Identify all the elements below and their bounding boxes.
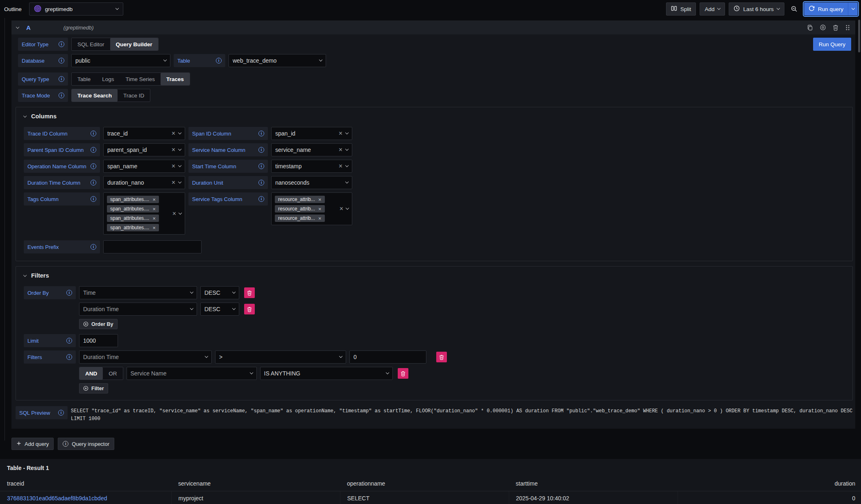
editor-type-sql-editor[interactable]: SQL Editor	[72, 38, 110, 50]
remove-tag-icon[interactable]	[152, 216, 156, 221]
info-icon[interactable]	[258, 147, 264, 153]
drag-handle-icon[interactable]	[845, 25, 850, 31]
run-query-inline-button[interactable]: Run Query	[813, 38, 851, 51]
info-icon[interactable]	[59, 58, 64, 63]
remove-tag-icon[interactable]	[318, 206, 322, 212]
collapse-query-icon[interactable]	[16, 25, 19, 28]
remove-tag-icon[interactable]	[152, 206, 156, 212]
remove-tag-icon[interactable]	[152, 225, 156, 231]
filter-or-option[interactable]: OR	[103, 367, 122, 380]
filter-operator-select[interactable]: IS ANYTHING	[260, 367, 393, 380]
info-icon[interactable]	[216, 58, 222, 63]
span-id-column-select[interactable]: span_id	[271, 127, 352, 140]
info-icon[interactable]	[59, 93, 64, 98]
database-select[interactable]: public	[71, 54, 170, 67]
remove-tag-icon[interactable]	[318, 197, 322, 202]
trace-id-column-select[interactable]: trace_id	[103, 127, 185, 140]
datasource-picker[interactable]: greptimedb	[29, 2, 123, 16]
table-select[interactable]: web_trace_demo	[229, 54, 326, 67]
add-button[interactable]: Add	[700, 2, 725, 16]
info-icon[interactable]	[91, 244, 96, 250]
info-icon[interactable]	[91, 131, 96, 136]
duration-unit-select[interactable]: nanoseconds	[271, 176, 352, 189]
scrollbar-thumb[interactable]	[858, 20, 860, 52]
info-icon[interactable]	[59, 76, 64, 82]
filter-operator-select[interactable]: >	[215, 350, 346, 364]
info-icon[interactable]	[59, 41, 64, 47]
info-icon[interactable]	[66, 354, 72, 360]
operation-name-column-select[interactable]: span_name	[103, 160, 185, 173]
remove-tag-icon[interactable]	[318, 216, 322, 221]
start-time-column-select[interactable]: timestamp	[271, 160, 352, 173]
parent-span-id-column-select[interactable]: parent_span_id	[103, 143, 185, 156]
remove-tag-icon[interactable]	[152, 197, 156, 202]
clear-icon[interactable]	[172, 147, 175, 153]
columns-section-toggle[interactable]: Columns	[24, 113, 845, 120]
order-by-field-select[interactable]: Duration Time	[79, 303, 197, 316]
info-icon[interactable]	[258, 131, 264, 136]
clear-all-icon[interactable]	[172, 210, 176, 217]
clear-icon[interactable]	[339, 147, 342, 153]
info-icon[interactable]	[91, 180, 96, 185]
filter-value-input[interactable]: 0	[349, 350, 426, 364]
info-icon[interactable]	[66, 338, 72, 344]
order-by-field-select[interactable]: Time	[79, 286, 197, 299]
query-type-table[interactable]: Table	[72, 73, 96, 85]
filter-field-select[interactable]: Service Name	[127, 367, 257, 380]
run-query-button[interactable]: Run query	[804, 2, 848, 16]
info-icon[interactable]	[258, 180, 264, 185]
trace-mode-trace-search[interactable]: Trace Search	[72, 89, 118, 102]
info-icon[interactable]	[91, 163, 96, 169]
column-header-duration[interactable]: duration	[677, 477, 861, 491]
info-icon[interactable]	[258, 163, 264, 169]
editor-type-query-builder[interactable]: Query Builder	[110, 38, 158, 50]
run-query-caret[interactable]	[848, 2, 858, 16]
events-prefix-input[interactable]	[103, 240, 202, 253]
filter-field-select[interactable]: Duration Time	[79, 350, 212, 364]
limit-input[interactable]: 1000	[79, 334, 118, 347]
add-query-button[interactable]: Add query	[11, 438, 54, 450]
add-order-by-button[interactable]: Order By	[79, 319, 118, 329]
filter-and-option[interactable]: AND	[79, 367, 103, 380]
service-tags-column-multiselect[interactable]: resource_attrib... resource_attrib... re…	[271, 192, 352, 225]
clear-icon[interactable]	[172, 163, 175, 170]
clear-all-icon[interactable]	[340, 206, 343, 212]
query-type-logs[interactable]: Logs	[96, 73, 120, 85]
service-name-column-select[interactable]: service_name	[271, 143, 352, 156]
trace-mode-trace-id[interactable]: Trace ID	[118, 89, 150, 102]
delete-query-icon[interactable]	[833, 25, 838, 31]
clear-icon[interactable]	[172, 179, 175, 186]
toggle-visibility-icon[interactable]	[820, 24, 826, 31]
column-header-operationname[interactable]: operationname	[340, 477, 509, 491]
duplicate-query-icon[interactable]	[807, 25, 813, 31]
outline-toggle[interactable]: Outline	[2, 4, 23, 15]
info-icon[interactable]	[66, 290, 72, 296]
remove-order-by-button[interactable]	[244, 287, 255, 298]
remove-filter-button[interactable]	[436, 352, 447, 362]
remove-filter-button[interactable]	[398, 368, 408, 379]
column-header-starttime[interactable]: starttime	[509, 477, 677, 491]
tags-column-multiselect[interactable]: span_attributes.... span_attributes.... …	[103, 192, 185, 235]
order-by-direction-select[interactable]: DESC	[200, 303, 239, 316]
column-header-traceid[interactable]: traceid	[0, 477, 171, 491]
clear-icon[interactable]	[172, 130, 175, 137]
filters-section-toggle[interactable]: Filters	[24, 272, 845, 279]
add-filter-button[interactable]: Filter	[79, 383, 108, 393]
query-type-traces[interactable]: Traces	[161, 73, 190, 85]
info-icon[interactable]	[91, 196, 96, 202]
remove-order-by-button[interactable]	[244, 304, 255, 314]
info-icon[interactable]	[91, 147, 96, 153]
order-by-direction-select[interactable]: DESC	[200, 286, 239, 299]
query-inspector-button[interactable]: Query inspector	[58, 438, 114, 450]
column-header-servicename[interactable]: servicename	[171, 477, 340, 491]
trace-id-link[interactable]: 3768831301ea0d65adaef8b9da1cbded	[7, 495, 107, 502]
clear-icon[interactable]	[339, 163, 342, 170]
clear-icon[interactable]	[339, 130, 342, 137]
time-range-picker[interactable]: Last 6 hours	[729, 2, 784, 16]
info-icon[interactable]	[58, 410, 64, 416]
duration-time-column-select[interactable]: duration_nano	[103, 176, 185, 189]
zoom-out-icon[interactable]	[788, 2, 800, 16]
split-button[interactable]: Split	[666, 2, 696, 16]
query-type-time-series[interactable]: Time Series	[120, 73, 161, 85]
info-icon[interactable]	[258, 196, 264, 202]
